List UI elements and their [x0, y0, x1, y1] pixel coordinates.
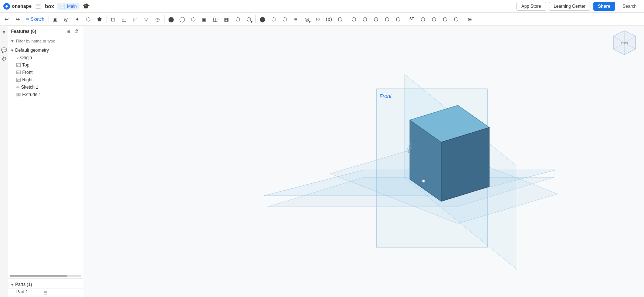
scene-svg: Front Right [83, 26, 644, 297]
tb-btn-7[interactable]: ◱ [119, 14, 129, 24]
chevron-down-icon: ▼ [10, 48, 14, 52]
origin-label: Origin [20, 55, 32, 60]
redo-button[interactable]: ↪ [13, 14, 23, 24]
tb-btn-24[interactable]: ⊙ [313, 14, 323, 24]
tree-item-origin[interactable]: ○ Origin [8, 54, 83, 61]
tb-btn-9[interactable]: ▽ [141, 14, 152, 24]
comment-icon[interactable]: 💬 [1, 47, 7, 53]
top-plane-icon: ▭ [16, 63, 21, 67]
tb-btn-34[interactable]: ⬡ [440, 14, 450, 24]
tb-btn-11[interactable]: ⬤ [166, 14, 176, 24]
tb-btn-16[interactable]: ▦ [221, 14, 232, 24]
tb-btn-21[interactable]: ⬡ [279, 14, 290, 24]
tb-btn-5[interactable]: ⬟ [94, 14, 105, 24]
svg-point-11 [422, 180, 425, 182]
tb-btn-20[interactable]: ⬡ [268, 14, 279, 24]
default-geometry-label: Default geometry [15, 48, 49, 53]
features-title: Features (6) [11, 29, 36, 34]
view-orientation-panel[interactable]: Front [608, 29, 641, 58]
svg-text:Front: Front [380, 93, 392, 99]
tb-btn-26[interactable]: ⬡ [335, 14, 345, 24]
menu-icon[interactable]: ☰ [35, 2, 41, 10]
logo-text: onshape [12, 3, 31, 9]
logo[interactable]: onshape [3, 3, 31, 10]
right-plane-icon: ▭ [16, 78, 21, 82]
search-button[interactable]: Search [618, 2, 641, 10]
tree-item-right[interactable]: ▭ Right [8, 76, 83, 83]
toolbar-separator-2 [106, 15, 106, 23]
tb-btn-13[interactable]: ⬡ [188, 14, 199, 24]
main-content: ≡ + 💬 ⏱ Features (6) ⊞ ⏱ ▼ ▼ [0, 26, 644, 297]
right-label: Right [22, 77, 33, 82]
tb-btn-30[interactable]: ⬡ [382, 14, 392, 24]
sidebar: ≡ + 💬 ⏱ Features (6) ⊞ ⏱ ▼ ▼ [0, 26, 83, 297]
tb-btn-25[interactable]: (x) [324, 14, 334, 24]
tb-btn-14[interactable]: ▣ [199, 14, 210, 24]
origin-icon: ○ [16, 55, 19, 60]
tab-main-label: Main [67, 4, 77, 9]
tree-item-sketch1[interactable]: ✏ Sketch 1 [8, 83, 83, 91]
toolbar-separator-7 [463, 15, 463, 23]
tb-btn-1[interactable]: ▣ [50, 14, 60, 24]
parts-header[interactable]: ▼ Parts (1) [8, 281, 83, 288]
tb-btn-19[interactable]: ⬤ [257, 14, 268, 24]
tree-item-front[interactable]: ▭ Front [8, 69, 83, 76]
graduation-icon: 🎓 [82, 3, 90, 10]
tb-btn-28[interactable]: ⬡ [360, 14, 370, 24]
parts-chevron-icon: ▼ [10, 283, 14, 287]
tb-btn-36[interactable]: ⊕ [465, 14, 475, 24]
toolbar-separator-5 [347, 15, 347, 23]
viewport[interactable]: Front Right Front [83, 26, 644, 297]
extrude1-label: Extrude 1 [22, 92, 41, 97]
history-icon[interactable]: ⏱ [1, 55, 7, 62]
list-view-icon[interactable]: ☰ [10, 290, 81, 296]
tb-btn-10[interactable]: ◷ [152, 14, 163, 24]
sketch-label: Sketch [31, 17, 44, 22]
tab-main[interactable]: 📄 Main [57, 3, 79, 10]
history-feature-icon[interactable]: ⏱ [73, 28, 80, 35]
tb-btn-15[interactable]: ◫ [210, 14, 221, 24]
share-button[interactable]: Share [593, 2, 615, 11]
parts-title: Parts (1) [15, 282, 32, 287]
tb-btn-29[interactable]: ⬡ [371, 14, 381, 24]
tree-item-extrude1[interactable]: E Extrude 1 [8, 91, 83, 98]
learning-center-button[interactable]: Learning Center [549, 2, 590, 11]
tree-item-top[interactable]: ▭ Top [8, 61, 83, 69]
tb-btn-32[interactable]: ⬡ [418, 14, 428, 24]
tb-btn-18[interactable]: ⬡▼ [244, 14, 254, 24]
app-store-button[interactable]: App Store [516, 2, 546, 11]
toolbar-separator-4 [255, 15, 256, 23]
tb-btn-4[interactable]: ⬡ [83, 14, 94, 24]
default-geometry-section: ▼ Default geometry ○ Origin ▭ Top ▭ Fron… [8, 47, 83, 83]
tb-btn-31[interactable]: ⬡ [393, 14, 403, 24]
tb-btn-st[interactable]: ST [407, 14, 417, 24]
tb-btn-3[interactable]: ✦ [72, 14, 82, 24]
tb-btn-22[interactable]: ≡ [291, 14, 301, 24]
sketch-button[interactable]: ✏ Sketch [24, 14, 47, 24]
tb-btn-33[interactable]: ⬡ [429, 14, 439, 24]
features-tree: ▼ Default geometry ○ Origin ▭ Top ▭ Fron… [8, 45, 83, 274]
toolbar-separator-1 [48, 15, 48, 23]
tb-btn-2[interactable]: ◎ [61, 14, 71, 24]
tb-btn-6[interactable]: ◻ [108, 14, 118, 24]
tb-btn-27[interactable]: ⬡ [349, 14, 359, 24]
toolbar: ↩ ↪ ✏ Sketch ▣ ◎ ✦ ⬡ ⬟ ◻ ◱ ◸ ▽ ◷ ⬤ ◯ ⬡ ▣… [0, 13, 644, 26]
tb-btn-17[interactable]: ⬡ [233, 14, 243, 24]
add-feature-icon[interactable]: ⊞ [65, 28, 72, 35]
features-filter: ▼ [8, 37, 83, 45]
features-filter-input[interactable] [16, 39, 81, 43]
tb-btn-8[interactable]: ◸ [130, 14, 140, 24]
list-icon-area: ☰ [8, 289, 83, 297]
topbar: onshape ☰ box 📄 Main 🎓 App Store Learnin… [0, 0, 644, 13]
default-geometry-header[interactable]: ▼ Default geometry [8, 47, 83, 54]
sidebar-scrollbar[interactable] [10, 275, 81, 277]
feature-panel: Features (6) ⊞ ⏱ ▼ ▼ Default geometry ○ [8, 26, 83, 297]
toolbar-separator-6 [405, 15, 405, 23]
undo-button[interactable]: ↩ [1, 14, 12, 24]
tb-btn-23[interactable]: ◎▼ [302, 14, 312, 24]
tb-btn-35[interactable]: ⬡ [451, 14, 461, 24]
tb-btn-12[interactable]: ◯ [177, 14, 187, 24]
add-icon[interactable]: + [1, 38, 7, 44]
features-icon[interactable]: ≡ [1, 29, 7, 35]
extrude-tree-icon: E [16, 93, 21, 96]
